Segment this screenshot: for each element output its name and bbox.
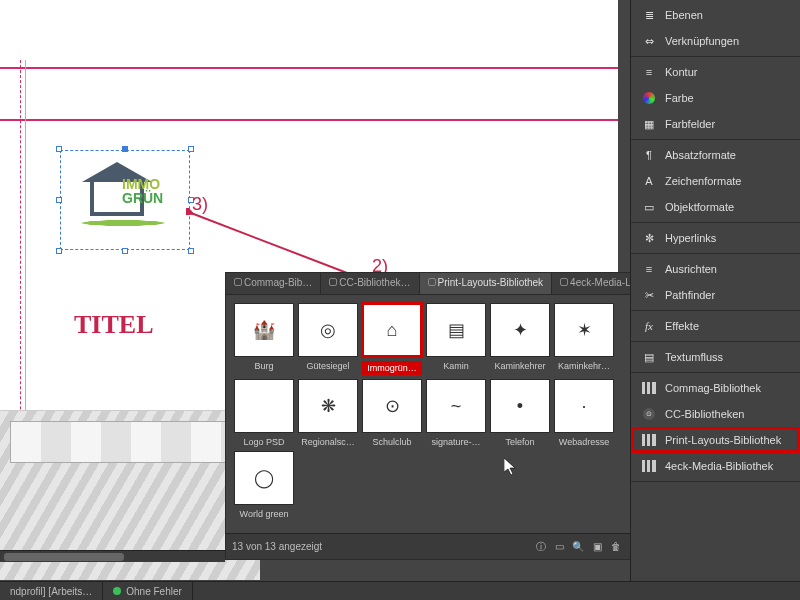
library-item-label: signature-… [426,437,486,447]
sidebar-item-label: Kontur [665,66,697,78]
library-thumbnail: ◎ [298,303,358,357]
library-tab[interactable]: Print-Layouts-Bibliothek [420,273,553,294]
sidebar-panel-zeichenformate[interactable]: Zeichenformate [631,168,800,194]
library-status-text: 13 von 13 angezeigt [232,541,322,552]
path-icon [641,288,657,302]
resize-handle[interactable] [122,248,128,254]
sidebar-group: Hyperlinks [631,223,800,254]
library-tab[interactable]: CC-Bibliothek… [321,273,419,294]
sidebar-panel-farbfelder[interactable]: Farbfelder [631,111,800,137]
library-item[interactable]: ✶Kaminkehr… [554,303,614,375]
sidebar-panel-farbe[interactable]: Farbe [631,85,800,111]
wrap-icon [641,350,657,364]
library-item-label: Immogrün… [362,361,422,375]
sidebar-group: AusrichtenPathfinder [631,254,800,311]
resize-handle[interactable] [56,248,62,254]
library-thumbnail: · [554,379,614,433]
sidebar-panel-kontur[interactable]: Kontur [631,59,800,85]
sidebar-panel-ebenen[interactable]: Ebenen [631,2,800,28]
library-status-bar: 13 von 13 angezeigt ⓘ ▭ 🔍 ▣ 🗑 [226,533,630,559]
library-item[interactable]: ✦Kaminkehrer [490,303,550,375]
selected-placed-logo[interactable]: IMMO GRÜN [60,150,190,250]
sidebar-panel-verkn-pfungen[interactable]: Verknüpfungen [631,28,800,54]
library-tab[interactable]: Commag-Bib… [226,273,321,294]
library-thumbnail: ◯ [234,451,294,505]
sidebar-panel-hyperlinks[interactable]: Hyperlinks [631,225,800,251]
library-footer-icons: ⓘ ▭ 🔍 ▣ 🗑 [533,540,624,554]
resize-handle[interactable] [122,146,128,152]
library-item-label: Kamin [426,361,486,371]
sidebar-item-label: Ebenen [665,9,703,21]
library-trash-icon[interactable]: 🗑 [608,541,624,552]
document-tab[interactable]: ndprofil] [Arbeits… [0,582,103,600]
sidebar-item-label: Pathfinder [665,289,715,301]
sidebar-panel-pathfinder[interactable]: Pathfinder [631,282,800,308]
sidebar-item-label: Zeichenformate [665,175,741,187]
library-item[interactable]: ⌂Immogrün… [362,303,422,375]
horizontal-scrollbar[interactable] [0,550,225,562]
sidebar-group: fxEffekte [631,311,800,342]
lib-icon [641,381,657,395]
preflight-status[interactable]: Ohne Fehler [103,582,193,600]
sidebar-panel-objektformate[interactable]: Objektformate [631,194,800,220]
library-view-icon[interactable]: ▭ [552,541,568,552]
scrollbar-thumb[interactable] [4,553,124,561]
library-item[interactable]: ◎Gütesiegel [298,303,358,375]
hyper-icon [641,231,657,245]
library-item[interactable]: 🏰Burg [234,303,294,375]
library-item[interactable]: ◯World green [234,451,294,519]
horizontal-guide [0,67,618,69]
link-icon [560,278,568,286]
sidebar-panel-print-layouts-bibliothek[interactable]: Print-Layouts-Bibliothek [631,427,800,453]
logo-swoosh [68,219,178,227]
obj-icon [641,200,657,214]
library-thumbnail [234,379,294,433]
library-item-label: Logo PSD [234,437,294,447]
sidebar-item-label: Absatzformate [665,149,736,161]
sidebar-group: Textumfluss [631,342,800,373]
link-icon [234,278,242,286]
lib-icon [641,459,657,473]
library-grid: 🏰Burg◎Gütesiegel⌂Immogrün…▤Kamin✦Kaminke… [226,295,630,523]
lib-icon [641,433,657,447]
library-item[interactable]: •Telefon [490,379,550,447]
sidebar-panel-absatzformate[interactable]: Absatzformate [631,142,800,168]
color-icon [641,91,657,105]
library-info-icon[interactable]: ⓘ [533,540,549,554]
panels-sidebar: EbenenVerknüpfungenKonturFarbeFarbfelder… [630,0,800,581]
library-item[interactable]: ⊙Schulclub [362,379,422,447]
align-icon [641,262,657,276]
library-thumbnail: ⊙ [362,379,422,433]
sidebar-panel-commag-bibliothek[interactable]: Commag-Bibliothek [631,375,800,401]
sidebar-panel-ausrichten[interactable]: Ausrichten [631,256,800,282]
stroke-icon [641,65,657,79]
library-tabs: Commag-Bib…CC-Bibliothek…Print-Layouts-B… [226,273,630,295]
sidebar-panel-effekte[interactable]: fxEffekte [631,313,800,339]
sidebar-panel-cc-bibliotheken[interactable]: ⊙CC-Bibliotheken [631,401,800,427]
sidebar-item-label: CC-Bibliotheken [665,408,744,420]
sidebar-item-label: Farbfelder [665,118,715,130]
library-item[interactable]: ·Webadresse [554,379,614,447]
link-icon [428,278,436,286]
sidebar-group: AbsatzformateZeichenformateObjektformate [631,140,800,223]
library-item-label: Telefon [490,437,550,447]
library-thumbnail: ❋ [298,379,358,433]
resize-handle[interactable] [56,146,62,152]
library-item[interactable]: ~signature-… [426,379,486,447]
library-thumbnail: 🏰 [234,303,294,357]
resize-handle[interactable] [56,197,62,203]
para-icon [641,148,657,162]
library-item[interactable]: ❋Regionalsc… [298,379,358,447]
library-thumbnail: ✦ [490,303,550,357]
sidebar-panel--eck-media-bibliothek[interactable]: 4eck-Media-Bibliothek [631,453,800,479]
sidebar-panel-textumfluss[interactable]: Textumfluss [631,344,800,370]
library-new-icon[interactable]: ▣ [589,541,605,552]
link-icon [641,34,657,48]
library-search-icon[interactable]: 🔍 [570,541,586,552]
resize-handle[interactable] [188,146,194,152]
sidebar-item-label: Objektformate [665,201,734,213]
library-item[interactable]: Logo PSD [234,379,294,447]
library-item[interactable]: ▤Kamin [426,303,486,375]
title-text-frame[interactable]: TITEL [74,312,154,338]
logo-text-line2: GRÜN [122,190,163,206]
